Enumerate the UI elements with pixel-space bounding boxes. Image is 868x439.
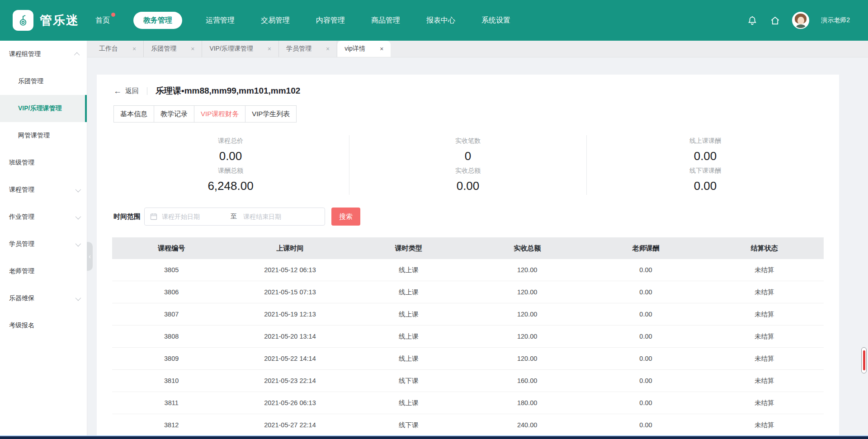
- back-button[interactable]: ← 返回: [113, 87, 139, 95]
- nav-item[interactable]: 内容管理: [313, 12, 348, 29]
- stat-value: 0.00: [694, 179, 717, 193]
- sidebar-item[interactable]: 课程组管理: [0, 41, 87, 68]
- close-icon[interactable]: ×: [380, 45, 383, 52]
- avatar[interactable]: [792, 12, 809, 29]
- nav-item[interactable]: 教务管理: [133, 12, 182, 29]
- sidebar-item[interactable]: 作业管理: [0, 203, 87, 231]
- table-row: 38122021-05-27 22:14线下课240.000.00未结算: [112, 414, 824, 436]
- table-cell: 线上课: [349, 303, 468, 325]
- table-cell: 未结算: [705, 259, 824, 281]
- table-header-cell: 课程编号: [112, 237, 231, 259]
- table-cell: 未结算: [705, 326, 824, 347]
- stats-row: 课酬总额6,248.00实收总额0.00线下课课酬0.00: [112, 165, 824, 195]
- stat-label: 线上课课酬: [689, 137, 721, 145]
- nav-item[interactable]: 运营管理: [203, 12, 237, 29]
- date-range-input[interactable]: 至: [144, 208, 325, 226]
- close-icon[interactable]: ×: [191, 45, 194, 52]
- table-cell: 未结算: [705, 281, 824, 303]
- nav-item[interactable]: 报表中心: [424, 12, 458, 29]
- home-icon[interactable]: [769, 15, 780, 26]
- table-cell: 180.00: [468, 392, 586, 414]
- back-label: 返回: [125, 87, 139, 95]
- table-cell: 线上课: [349, 326, 468, 347]
- stat: 实收笔数0: [349, 135, 586, 165]
- search-button[interactable]: 搜索: [331, 208, 360, 226]
- table-cell: 120.00: [468, 348, 586, 369]
- detail-tab[interactable]: VIP课程财务: [194, 105, 245, 123]
- sidebar-item[interactable]: 课程管理: [0, 176, 87, 203]
- table-cell: 未结算: [705, 348, 824, 369]
- table-row: 38062021-05-15 07:13线上课120.000.00未结算: [112, 281, 824, 303]
- sidebar-item-label: VIP/乐理课管理: [18, 104, 80, 113]
- table-header-cell: 课时类型: [349, 237, 468, 259]
- nav-item[interactable]: 系统设置: [479, 12, 513, 29]
- sidebar-collapse-handle[interactable]: ‹: [87, 242, 93, 271]
- sidebar-item[interactable]: VIP/乐理课管理: [0, 95, 87, 122]
- avatar-body: [796, 24, 806, 29]
- detail-tab[interactable]: VIP学生列表: [245, 105, 297, 123]
- scrollbar-thumb[interactable]: [861, 347, 867, 373]
- date-start-input[interactable]: [162, 213, 224, 220]
- nav-item[interactable]: 交易管理: [258, 12, 292, 29]
- nav-item-label: 内容管理: [316, 16, 345, 25]
- sidebar-item[interactable]: 乐团管理: [0, 68, 87, 95]
- close-icon[interactable]: ×: [326, 45, 330, 52]
- sidebar-item[interactable]: 网管课管理: [0, 122, 87, 149]
- nav-item-label: 首页: [95, 16, 110, 25]
- table-cell: 线上课: [349, 392, 468, 414]
- table-row: 38102021-05-23 22:14线下课160.000.00未结算: [112, 370, 824, 392]
- table-cell: 0.00: [586, 259, 705, 281]
- table-cell: 160.00: [468, 370, 586, 392]
- nav-item-label: 商品管理: [371, 16, 400, 25]
- table-cell: 3808: [112, 326, 231, 347]
- table-cell: 0.00: [586, 392, 705, 414]
- opened-tab[interactable]: VIP/乐理课管理×: [202, 41, 279, 57]
- close-icon[interactable]: ×: [132, 45, 136, 52]
- close-icon[interactable]: ×: [268, 45, 271, 52]
- sidebar-item-label: 课程组管理: [9, 50, 75, 58]
- table-row: 38112021-05-26 06:13线上课180.000.00未结算: [112, 392, 824, 414]
- sidebar-item-label: 乐团管理: [18, 77, 80, 85]
- table-cell: 未结算: [705, 303, 824, 325]
- sidebar-item[interactable]: 学员管理: [0, 231, 87, 258]
- table-cell: 未结算: [705, 370, 824, 392]
- table-row: 38052021-05-12 06:13线上课120.000.00未结算: [112, 259, 824, 281]
- sidebar-item[interactable]: 乐器维保: [0, 285, 87, 312]
- table-cell: 线下课: [349, 370, 468, 392]
- stat-value: 0.00: [694, 149, 717, 163]
- stat: 课程总价0.00: [112, 135, 349, 165]
- table-cell: 3810: [112, 370, 231, 392]
- bell-icon[interactable]: [747, 15, 758, 26]
- brand[interactable]: 管乐迷: [13, 10, 79, 31]
- stat-label: 实收笔数: [455, 137, 481, 145]
- sidebar-item-label: 考级报名: [9, 321, 80, 330]
- stat-label: 线下课课酬: [689, 167, 721, 175]
- opened-tab[interactable]: 乐团管理×: [144, 41, 202, 57]
- table-cell: 3809: [112, 348, 231, 369]
- date-end-input[interactable]: [243, 213, 306, 220]
- detail-tab[interactable]: 教学记录: [154, 105, 194, 123]
- stat: 线下课课酬0.00: [586, 165, 824, 195]
- table-cell: 2021-05-20 13:14: [231, 326, 349, 347]
- table-cell: 3805: [112, 259, 231, 281]
- sidebar: 课程组管理乐团管理VIP/乐理课管理网管课管理班级管理课程管理作业管理学员管理老…: [0, 41, 87, 439]
- sidebar-item-label: 乐器维保: [9, 294, 75, 302]
- opened-tab[interactable]: vip详情×: [337, 41, 391, 57]
- nav-item[interactable]: 首页: [93, 12, 113, 29]
- user-name[interactable]: 演示老师2: [821, 16, 850, 24]
- opened-tab[interactable]: 学员管理×: [279, 41, 337, 57]
- detail-card: ← 返回 乐理课•mm88,mm99,mm101,mm102 基本信息教学记录V…: [97, 75, 839, 439]
- nav-item-label: 报表中心: [426, 16, 455, 25]
- sidebar-item-label: 作业管理: [9, 213, 75, 221]
- table-cell: 未结算: [705, 392, 824, 414]
- sidebar-item[interactable]: 考级报名: [0, 312, 87, 339]
- sidebar-item[interactable]: 班级管理: [0, 149, 87, 176]
- brand-logo-icon: [13, 10, 33, 31]
- opened-tab[interactable]: 工作台×: [92, 41, 144, 57]
- sidebar-item[interactable]: 老师管理: [0, 258, 87, 285]
- nav-item[interactable]: 商品管理: [368, 12, 403, 29]
- stat: 课酬总额6,248.00: [112, 165, 349, 195]
- table-row: 38082021-05-20 13:14线上课120.000.00未结算: [112, 326, 824, 348]
- detail-tab[interactable]: 基本信息: [113, 105, 154, 123]
- table-cell: 未结算: [705, 414, 824, 436]
